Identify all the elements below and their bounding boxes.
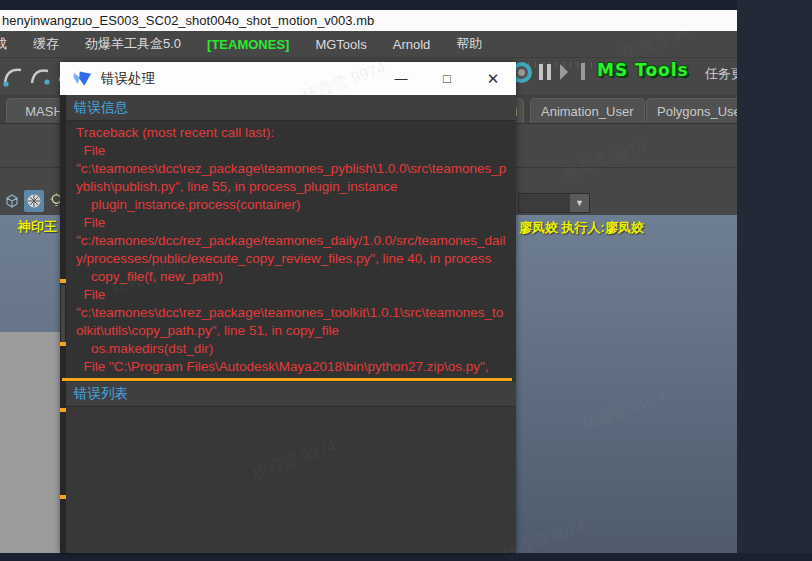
left-gray-panel (0, 332, 60, 553)
traceback-line: File "c:\teamones\dcc\rez_package\teamon… (76, 286, 508, 340)
app-logo-icon (73, 70, 92, 87)
traceback-line: File "c:/teamones/dcc/rez_package/teamon… (76, 214, 508, 268)
range-marker-icon[interactable] (581, 63, 585, 80)
viewport-left-label: 神印王 (18, 218, 57, 236)
traceback-line: File "c:\teamones\dcc\rez_package\teamon… (76, 142, 508, 196)
display-layer-dropdown[interactable]: ▼ (518, 193, 590, 213)
left-shelf-area (0, 124, 60, 215)
error-info-header: 错误信息 (66, 95, 516, 121)
maya-menubar: 成 缓存 劲爆羊工具盒5.0 [TEAMONES] MGTools Arnold… (0, 31, 737, 57)
snap-to-curves-icon[interactable] (2, 64, 24, 88)
menu-item-cache[interactable]: 缓存 (33, 35, 59, 53)
dialog-titlebar[interactable]: 错误处理 — □ ✕ (60, 62, 516, 95)
traceback-line: copy_file(f, new_path) (76, 268, 508, 286)
snap-to-points-icon[interactable] (29, 64, 51, 88)
minimize-icon[interactable]: — (378, 62, 424, 95)
traceback-line: os.makedirs(dst_dir) (76, 340, 508, 358)
shelf-separator (516, 167, 737, 168)
shelf-tab-polygons-user[interactable]: Polygons_Use (646, 98, 737, 124)
record-dot-icon (518, 69, 525, 76)
step-forward-icon[interactable] (560, 64, 568, 80)
dropdown-value (519, 194, 570, 212)
menu-item-teamones[interactable]: [TEAMONES] (207, 37, 289, 52)
close-icon[interactable]: ✕ (470, 62, 516, 95)
chevron-down-icon[interactable]: ▼ (570, 194, 589, 212)
textured-sphere-icon[interactable] (24, 190, 44, 212)
traceback-text-area[interactable]: Traceback (most recent call last): File … (66, 121, 516, 378)
maya-window-title: henyinwangzuo_ES003_SC02_shot004o_shot_m… (0, 10, 737, 31)
error-list-header: 错误列表 (66, 382, 516, 407)
viewport-left: 神印王 (0, 215, 60, 332)
scrollbar-thumb[interactable] (61, 285, 65, 345)
window-controls: — □ ✕ (378, 62, 516, 95)
viewport-right-label: 廖凤姣 执行人:廖凤姣 (519, 219, 644, 237)
menu-item-cheng[interactable]: 成 (0, 35, 7, 53)
menu-item-help[interactable]: 帮助 (456, 35, 482, 53)
error-list-area[interactable] (66, 407, 516, 553)
top-window-strip (0, 0, 812, 10)
menu-item-arnold[interactable]: Arnold (393, 37, 431, 52)
shelf-separator (0, 167, 60, 168)
menu-item-mgtools[interactable]: MGTools (315, 37, 366, 52)
bottom-window-strip (0, 553, 812, 561)
right-dock-panel (737, 0, 812, 561)
dialog-title: 错误处理 (101, 70, 155, 88)
menu-item-toolbox[interactable]: 劲爆羊工具盒5.0 (85, 35, 181, 53)
wireframe-cube-icon[interactable] (2, 190, 22, 212)
viewport-right: 廖凤姣 执行人:廖凤姣 (516, 215, 737, 553)
right-shelf-area: ▼ (516, 124, 737, 215)
pause-icon[interactable] (539, 64, 552, 80)
mstools-logo[interactable]: MS Tools (597, 60, 689, 80)
scene-file-name: henyinwangzuo_ES003_SC02_shot004o_shot_m… (2, 13, 374, 28)
viewport-toolbar-icons (2, 190, 66, 212)
splitter-handle[interactable] (62, 378, 512, 381)
error-handler-dialog: 错误处理 — □ ✕ 错误信息 Traceback (most recent c… (60, 62, 516, 553)
traceback-line: plugin_instance.process(container) (76, 196, 508, 214)
traceback-line: File "C:\Program Files\Autodesk\Maya2018… (76, 358, 508, 378)
maximize-icon[interactable]: □ (424, 62, 470, 95)
traceback-line: Traceback (most recent call last): (76, 124, 508, 142)
shelf-tab-animation-user[interactable]: Animation_User (530, 98, 645, 124)
